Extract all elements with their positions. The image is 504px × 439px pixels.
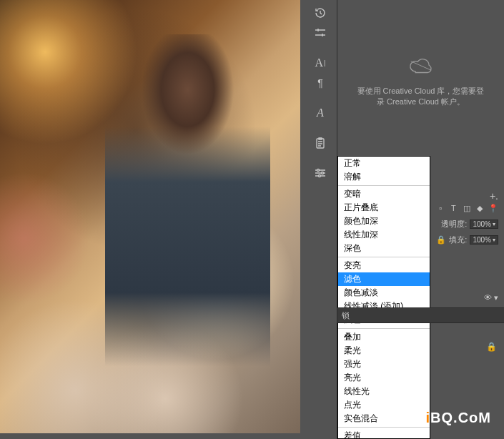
type-a-icon[interactable]: A| xyxy=(303,53,337,73)
opacity-label: 透明度: xyxy=(441,219,467,230)
svg-point-3 xyxy=(319,175,321,177)
lock-pixels-icon[interactable]: ▫ xyxy=(436,203,445,213)
menu-separator xyxy=(338,427,430,428)
layer-bar[interactable]: 锁 xyxy=(337,307,504,323)
history-icon[interactable] xyxy=(303,3,337,23)
character-style-icon[interactable]: A xyxy=(303,103,337,123)
vertical-toolbar: A| ¶ A xyxy=(303,0,337,439)
blend-mode-option[interactable]: 线性光 xyxy=(338,385,430,398)
svg-point-1 xyxy=(317,169,320,172)
layer-visibility-icon[interactable]: 👁 ▾ xyxy=(484,293,498,302)
blend-mode-option[interactable]: 正常 xyxy=(338,157,430,170)
menu-separator xyxy=(338,257,430,257)
menu-separator xyxy=(338,185,430,186)
settings-sliders-icon[interactable] xyxy=(303,163,337,183)
menu-separator xyxy=(338,328,430,329)
adjustments-icon[interactable] xyxy=(303,23,337,43)
watermark: UiBQ.CoM xyxy=(415,410,491,426)
layer-properties: ▫ T ◫ ◆ 📍 透明度: 100% 🔒 填充: 100% xyxy=(430,200,504,247)
blend-mode-option[interactable]: 变亮 xyxy=(338,259,430,272)
creative-cloud-icon xyxy=(407,57,435,76)
fill-icon[interactable]: ◆ xyxy=(475,203,484,213)
blend-mode-option[interactable]: 颜色加深 xyxy=(338,214,430,228)
clipboard-icon[interactable] xyxy=(303,133,337,153)
blend-mode-option[interactable]: 叠加 xyxy=(338,330,430,344)
blend-mode-option[interactable]: 亮光 xyxy=(338,371,430,385)
lock-label: 锁 xyxy=(342,310,350,321)
paragraph-icon[interactable]: ¶ xyxy=(303,73,337,93)
blend-mode-option[interactable]: 深色 xyxy=(338,242,430,255)
blend-mode-option[interactable]: 强光 xyxy=(338,357,430,371)
right-panel: 要使用 Creative Cloud 库，您需要登 录 Creative Clo… xyxy=(337,0,504,439)
layer-icon-row: ▫ T ◫ ◆ 📍 xyxy=(430,200,504,216)
blend-mode-option[interactable]: 线性加深 xyxy=(338,228,430,242)
path-icon[interactable]: ◫ xyxy=(463,203,471,213)
pin-icon[interactable]: 📍 xyxy=(488,203,498,213)
blend-mode-option-selected[interactable]: 滤色 xyxy=(338,272,430,286)
canvas-image-content xyxy=(105,34,270,403)
blend-mode-dropdown[interactable]: 正常 溶解 变暗 正片叠底 颜色加深 线性加深 深色 变亮 滤色 颜色减淡 线性… xyxy=(337,156,430,439)
blend-mode-option[interactable]: 溶解 xyxy=(338,170,430,184)
opacity-value[interactable]: 100% xyxy=(470,220,498,229)
blend-mode-option[interactable]: 差值 xyxy=(338,429,430,439)
cc-message-line1: 要使用 Creative Cloud 库，您需要登 xyxy=(355,86,487,97)
creative-cloud-notice: 要使用 Creative Cloud 库，您需要登 录 Creative Clo… xyxy=(337,57,504,107)
lock-all-icon[interactable]: 🔒 xyxy=(436,235,446,245)
svg-point-2 xyxy=(322,172,324,174)
fill-label: 填充: xyxy=(449,235,467,245)
fill-value[interactable]: 100% xyxy=(470,235,498,245)
blend-mode-option[interactable]: 柔光 xyxy=(338,344,430,357)
blend-mode-option[interactable]: 颜色减淡 xyxy=(338,286,430,300)
type-tool-icon[interactable]: T xyxy=(449,203,458,213)
blend-mode-option[interactable]: 变暗 xyxy=(338,187,430,201)
lock-icon[interactable]: 🔒 xyxy=(486,342,497,352)
blend-mode-option[interactable]: 正片叠底 xyxy=(338,201,430,214)
document-canvas[interactable] xyxy=(0,0,300,433)
cc-message-line2: 录 Creative Cloud 帐户。 xyxy=(355,97,487,107)
